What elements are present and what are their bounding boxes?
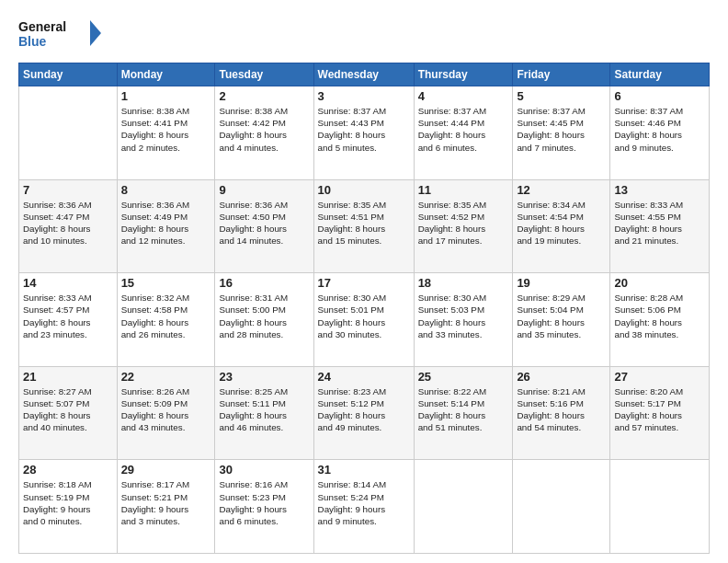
calendar-cell: 19Sunrise: 8:29 AM Sunset: 5:04 PM Dayli… bbox=[513, 273, 610, 367]
day-info: Sunrise: 8:26 AM Sunset: 5:09 PM Dayligh… bbox=[121, 385, 211, 434]
calendar-cell: 28Sunrise: 8:18 AM Sunset: 5:19 PM Dayli… bbox=[19, 460, 118, 554]
calendar-cell: 1Sunrise: 8:38 AM Sunset: 4:41 PM Daylig… bbox=[117, 86, 215, 180]
day-number: 24 bbox=[318, 370, 410, 384]
day-info: Sunrise: 8:32 AM Sunset: 4:58 PM Dayligh… bbox=[121, 292, 211, 340]
day-number: 25 bbox=[418, 370, 509, 384]
svg-marker-2 bbox=[90, 20, 101, 46]
day-info: Sunrise: 8:17 AM Sunset: 5:21 PM Dayligh… bbox=[121, 478, 211, 527]
day-info: Sunrise: 8:29 AM Sunset: 5:04 PM Dayligh… bbox=[517, 292, 606, 340]
calendar-cell bbox=[414, 460, 513, 554]
calendar-cell bbox=[513, 460, 610, 554]
calendar-cell: 13Sunrise: 8:33 AM Sunset: 4:55 PM Dayli… bbox=[610, 179, 710, 273]
weekday-header-friday: Friday bbox=[513, 63, 610, 86]
day-info: Sunrise: 8:36 AM Sunset: 4:49 PM Dayligh… bbox=[121, 199, 211, 247]
calendar-cell: 3Sunrise: 8:37 AM Sunset: 4:43 PM Daylig… bbox=[313, 86, 414, 180]
page: General Blue SundayMondayTuesdayWednesda… bbox=[0, 0, 728, 563]
day-info: Sunrise: 8:27 AM Sunset: 5:07 PM Dayligh… bbox=[23, 385, 113, 434]
calendar-header-row: SundayMondayTuesdayWednesdayThursdayFrid… bbox=[19, 63, 710, 86]
day-info: Sunrise: 8:35 AM Sunset: 4:51 PM Dayligh… bbox=[318, 199, 410, 247]
calendar-cell: 15Sunrise: 8:32 AM Sunset: 4:58 PM Dayli… bbox=[117, 273, 215, 367]
day-info: Sunrise: 8:34 AM Sunset: 4:54 PM Dayligh… bbox=[517, 199, 606, 247]
calendar-cell: 24Sunrise: 8:23 AM Sunset: 5:12 PM Dayli… bbox=[313, 366, 414, 460]
svg-text:General: General bbox=[18, 19, 66, 34]
week-row-4: 21Sunrise: 8:27 AM Sunset: 5:07 PM Dayli… bbox=[19, 366, 710, 460]
calendar-cell: 30Sunrise: 8:16 AM Sunset: 5:23 PM Dayli… bbox=[215, 460, 313, 554]
weekday-header-sunday: Sunday bbox=[19, 63, 118, 86]
calendar-cell: 9Sunrise: 8:36 AM Sunset: 4:50 PM Daylig… bbox=[215, 179, 313, 273]
calendar-cell: 29Sunrise: 8:17 AM Sunset: 5:21 PM Dayli… bbox=[117, 460, 215, 554]
day-info: Sunrise: 8:22 AM Sunset: 5:14 PM Dayligh… bbox=[418, 385, 509, 434]
day-info: Sunrise: 8:37 AM Sunset: 4:43 PM Dayligh… bbox=[318, 105, 410, 154]
day-info: Sunrise: 8:33 AM Sunset: 4:57 PM Dayligh… bbox=[23, 292, 113, 340]
calendar-cell bbox=[610, 460, 710, 554]
calendar-table: SundayMondayTuesdayWednesdayThursdayFrid… bbox=[18, 63, 710, 554]
calendar-cell: 10Sunrise: 8:35 AM Sunset: 4:51 PM Dayli… bbox=[313, 179, 414, 273]
calendar-cell: 12Sunrise: 8:34 AM Sunset: 4:54 PM Dayli… bbox=[513, 179, 610, 273]
week-row-3: 14Sunrise: 8:33 AM Sunset: 4:57 PM Dayli… bbox=[19, 273, 710, 367]
day-info: Sunrise: 8:36 AM Sunset: 4:50 PM Dayligh… bbox=[219, 199, 309, 247]
day-number: 26 bbox=[517, 370, 606, 384]
calendar-cell: 21Sunrise: 8:27 AM Sunset: 5:07 PM Dayli… bbox=[19, 366, 118, 460]
calendar-cell: 27Sunrise: 8:20 AM Sunset: 5:17 PM Dayli… bbox=[610, 366, 710, 460]
calendar-cell: 7Sunrise: 8:36 AM Sunset: 4:47 PM Daylig… bbox=[19, 179, 118, 273]
weekday-header-saturday: Saturday bbox=[610, 63, 710, 86]
weekday-header-monday: Monday bbox=[117, 63, 215, 86]
week-row-1: 1Sunrise: 8:38 AM Sunset: 4:41 PM Daylig… bbox=[19, 86, 710, 180]
calendar-cell: 26Sunrise: 8:21 AM Sunset: 5:16 PM Dayli… bbox=[513, 366, 610, 460]
day-number: 22 bbox=[121, 370, 211, 384]
weekday-header-tuesday: Tuesday bbox=[215, 63, 313, 86]
day-number: 16 bbox=[219, 276, 309, 290]
day-info: Sunrise: 8:37 AM Sunset: 4:46 PM Dayligh… bbox=[614, 105, 705, 154]
logo-svg: General Blue bbox=[18, 17, 101, 53]
day-info: Sunrise: 8:37 AM Sunset: 4:44 PM Dayligh… bbox=[418, 105, 509, 154]
calendar-cell: 6Sunrise: 8:37 AM Sunset: 4:46 PM Daylig… bbox=[610, 86, 710, 180]
day-number: 19 bbox=[517, 276, 606, 290]
day-info: Sunrise: 8:18 AM Sunset: 5:19 PM Dayligh… bbox=[23, 478, 113, 527]
day-info: Sunrise: 8:28 AM Sunset: 5:06 PM Dayligh… bbox=[614, 292, 705, 340]
calendar-cell: 16Sunrise: 8:31 AM Sunset: 5:00 PM Dayli… bbox=[215, 273, 313, 367]
calendar-cell: 22Sunrise: 8:26 AM Sunset: 5:09 PM Dayli… bbox=[117, 366, 215, 460]
calendar-cell: 4Sunrise: 8:37 AM Sunset: 4:44 PM Daylig… bbox=[414, 86, 513, 180]
day-number: 17 bbox=[318, 276, 410, 290]
day-number: 28 bbox=[23, 463, 113, 477]
day-info: Sunrise: 8:37 AM Sunset: 4:45 PM Dayligh… bbox=[517, 105, 606, 154]
day-number: 13 bbox=[614, 183, 705, 197]
day-info: Sunrise: 8:38 AM Sunset: 4:41 PM Dayligh… bbox=[121, 105, 211, 154]
day-number: 7 bbox=[23, 183, 113, 197]
week-row-2: 7Sunrise: 8:36 AM Sunset: 4:47 PM Daylig… bbox=[19, 179, 710, 273]
day-info: Sunrise: 8:35 AM Sunset: 4:52 PM Dayligh… bbox=[418, 199, 509, 247]
header: General Blue bbox=[18, 17, 710, 53]
day-info: Sunrise: 8:14 AM Sunset: 5:24 PM Dayligh… bbox=[318, 478, 410, 527]
day-info: Sunrise: 8:20 AM Sunset: 5:17 PM Dayligh… bbox=[614, 385, 705, 434]
day-info: Sunrise: 8:25 AM Sunset: 5:11 PM Dayligh… bbox=[219, 385, 309, 434]
day-info: Sunrise: 8:31 AM Sunset: 5:00 PM Dayligh… bbox=[219, 292, 309, 340]
day-info: Sunrise: 8:16 AM Sunset: 5:23 PM Dayligh… bbox=[219, 478, 309, 527]
calendar-cell: 20Sunrise: 8:28 AM Sunset: 5:06 PM Dayli… bbox=[610, 273, 710, 367]
calendar-cell: 5Sunrise: 8:37 AM Sunset: 4:45 PM Daylig… bbox=[513, 86, 610, 180]
day-number: 21 bbox=[23, 370, 113, 384]
day-info: Sunrise: 8:23 AM Sunset: 5:12 PM Dayligh… bbox=[318, 385, 410, 434]
day-info: Sunrise: 8:33 AM Sunset: 4:55 PM Dayligh… bbox=[614, 199, 705, 247]
calendar-cell: 8Sunrise: 8:36 AM Sunset: 4:49 PM Daylig… bbox=[117, 179, 215, 273]
calendar-cell: 23Sunrise: 8:25 AM Sunset: 5:11 PM Dayli… bbox=[215, 366, 313, 460]
day-info: Sunrise: 8:30 AM Sunset: 5:03 PM Dayligh… bbox=[418, 292, 509, 340]
day-number: 31 bbox=[318, 463, 410, 477]
day-number: 27 bbox=[614, 370, 705, 384]
day-number: 9 bbox=[219, 183, 309, 197]
day-info: Sunrise: 8:21 AM Sunset: 5:16 PM Dayligh… bbox=[517, 385, 606, 434]
calendar-cell: 17Sunrise: 8:30 AM Sunset: 5:01 PM Dayli… bbox=[313, 273, 414, 367]
day-number: 2 bbox=[219, 89, 309, 103]
calendar-cell: 25Sunrise: 8:22 AM Sunset: 5:14 PM Dayli… bbox=[414, 366, 513, 460]
calendar-cell: 2Sunrise: 8:38 AM Sunset: 4:42 PM Daylig… bbox=[215, 86, 313, 180]
day-number: 6 bbox=[614, 89, 705, 103]
week-row-5: 28Sunrise: 8:18 AM Sunset: 5:19 PM Dayli… bbox=[19, 460, 710, 554]
logo: General Blue bbox=[18, 17, 101, 53]
day-number: 20 bbox=[614, 276, 705, 290]
day-number: 15 bbox=[121, 276, 211, 290]
day-number: 11 bbox=[418, 183, 509, 197]
day-number: 14 bbox=[23, 276, 113, 290]
day-info: Sunrise: 8:30 AM Sunset: 5:01 PM Dayligh… bbox=[318, 292, 410, 340]
weekday-header-wednesday: Wednesday bbox=[313, 63, 414, 86]
day-number: 18 bbox=[418, 276, 509, 290]
weekday-header-thursday: Thursday bbox=[414, 63, 513, 86]
